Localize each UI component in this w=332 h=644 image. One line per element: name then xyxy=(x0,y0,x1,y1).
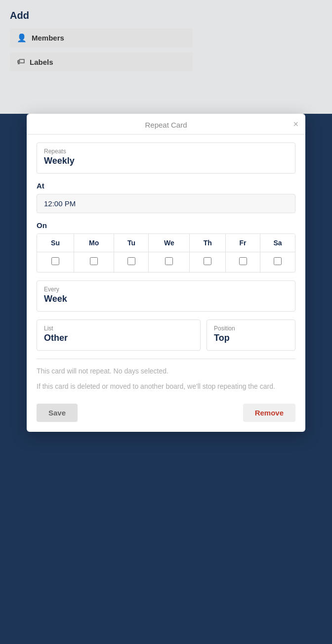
day-cell-tu xyxy=(114,252,149,272)
days-table: Su Mo Tu We Th Fr Sa xyxy=(37,233,295,273)
day-cell-fr xyxy=(226,252,260,272)
day-cell-sa xyxy=(260,252,295,272)
checkbox-fr[interactable] xyxy=(239,257,247,265)
position-selector[interactable]: Position Top xyxy=(207,320,295,351)
checkbox-tu[interactable] xyxy=(127,257,135,265)
every-selector[interactable]: Every Week xyxy=(37,280,295,312)
position-value: Top xyxy=(214,333,288,343)
checkbox-su[interactable] xyxy=(51,257,59,265)
modal-footer: Save Remove xyxy=(27,397,305,432)
time-input[interactable] xyxy=(37,194,295,213)
list-label: List xyxy=(44,325,193,332)
divider xyxy=(37,359,295,359)
repeats-value: Weekly xyxy=(44,156,288,166)
day-cell-th xyxy=(190,252,226,272)
info-text-2: If this card is deleted or moved to anot… xyxy=(37,381,295,392)
modal-body: Repeats Weekly At On Su Mo Tu We Th xyxy=(27,135,305,392)
on-section: On Su Mo Tu We Th Fr Sa xyxy=(37,221,295,273)
checkbox-sa[interactable] xyxy=(274,257,282,265)
list-position-row: List Other Position Top xyxy=(37,320,295,351)
day-header-mo: Mo xyxy=(74,234,114,252)
day-header-fr: Fr xyxy=(226,234,260,252)
save-button[interactable]: Save xyxy=(37,404,78,422)
on-label: On xyxy=(37,221,295,230)
modal-header: Repeat Card × xyxy=(27,114,305,135)
modal-overlay: Repeat Card × Repeats Weekly At On Su Mo xyxy=(0,0,332,644)
info-text-1: This card will not repeat. No days selec… xyxy=(37,366,295,376)
repeats-label: Repeats xyxy=(44,148,288,155)
checkbox-th[interactable] xyxy=(204,257,211,265)
list-selector[interactable]: List Other xyxy=(37,320,201,351)
day-cell-su xyxy=(37,252,74,272)
day-header-tu: Tu xyxy=(114,234,149,252)
day-cell-mo xyxy=(74,252,114,272)
remove-button[interactable]: Remove xyxy=(243,404,295,422)
list-value: Other xyxy=(44,333,193,343)
day-header-sa: Sa xyxy=(260,234,295,252)
every-value: Week xyxy=(44,294,288,304)
day-header-we: We xyxy=(149,234,190,252)
repeat-card-modal: Repeat Card × Repeats Weekly At On Su Mo xyxy=(27,114,305,432)
repeats-selector[interactable]: Repeats Weekly xyxy=(37,142,295,174)
position-label: Position xyxy=(214,325,288,332)
checkbox-mo[interactable] xyxy=(90,257,98,265)
checkbox-we[interactable] xyxy=(165,257,173,265)
at-label: At xyxy=(37,182,295,190)
every-label: Every xyxy=(44,286,288,293)
modal-title: Repeat Card xyxy=(145,121,187,129)
day-header-su: Su xyxy=(37,234,74,252)
close-button[interactable]: × xyxy=(293,120,298,129)
day-header-th: Th xyxy=(190,234,226,252)
day-cell-we xyxy=(149,252,190,272)
